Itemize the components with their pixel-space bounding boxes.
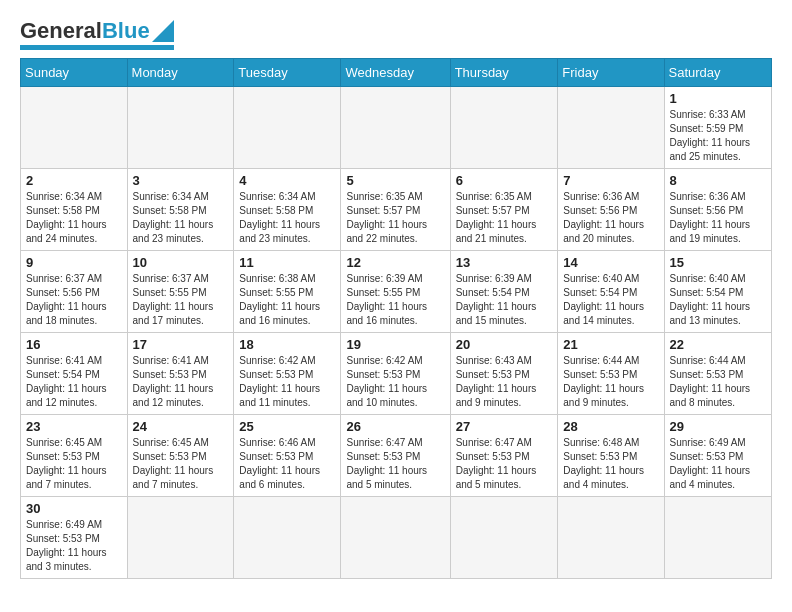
calendar-week-row: 9Sunrise: 6:37 AM Sunset: 5:56 PM Daylig…: [21, 251, 772, 333]
day-info: Sunrise: 6:37 AM Sunset: 5:55 PM Dayligh…: [133, 272, 229, 328]
day-number: 26: [346, 419, 444, 434]
day-number: 8: [670, 173, 766, 188]
calendar-cell: [341, 497, 450, 579]
day-info: Sunrise: 6:41 AM Sunset: 5:54 PM Dayligh…: [26, 354, 122, 410]
calendar-week-row: 16Sunrise: 6:41 AM Sunset: 5:54 PM Dayli…: [21, 333, 772, 415]
day-info: Sunrise: 6:45 AM Sunset: 5:53 PM Dayligh…: [133, 436, 229, 492]
day-number: 14: [563, 255, 658, 270]
day-info: Sunrise: 6:39 AM Sunset: 5:55 PM Dayligh…: [346, 272, 444, 328]
logo-blue-text: Blue: [102, 18, 150, 44]
day-number: 11: [239, 255, 335, 270]
day-info: Sunrise: 6:35 AM Sunset: 5:57 PM Dayligh…: [346, 190, 444, 246]
calendar-cell: 26Sunrise: 6:47 AM Sunset: 5:53 PM Dayli…: [341, 415, 450, 497]
weekday-header-saturday: Saturday: [664, 59, 771, 87]
header: General Blue: [20, 18, 772, 50]
calendar-cell: [558, 87, 664, 169]
calendar-week-row: 2Sunrise: 6:34 AM Sunset: 5:58 PM Daylig…: [21, 169, 772, 251]
weekday-header-wednesday: Wednesday: [341, 59, 450, 87]
day-info: Sunrise: 6:44 AM Sunset: 5:53 PM Dayligh…: [670, 354, 766, 410]
calendar-week-row: 23Sunrise: 6:45 AM Sunset: 5:53 PM Dayli…: [21, 415, 772, 497]
day-number: 28: [563, 419, 658, 434]
day-info: Sunrise: 6:34 AM Sunset: 5:58 PM Dayligh…: [26, 190, 122, 246]
weekday-header-sunday: Sunday: [21, 59, 128, 87]
calendar-week-row: 1Sunrise: 6:33 AM Sunset: 5:59 PM Daylig…: [21, 87, 772, 169]
day-number: 3: [133, 173, 229, 188]
calendar-cell: 30Sunrise: 6:49 AM Sunset: 5:53 PM Dayli…: [21, 497, 128, 579]
calendar-cell: 7Sunrise: 6:36 AM Sunset: 5:56 PM Daylig…: [558, 169, 664, 251]
calendar-cell: 9Sunrise: 6:37 AM Sunset: 5:56 PM Daylig…: [21, 251, 128, 333]
calendar-cell: [450, 497, 558, 579]
day-info: Sunrise: 6:48 AM Sunset: 5:53 PM Dayligh…: [563, 436, 658, 492]
day-info: Sunrise: 6:42 AM Sunset: 5:53 PM Dayligh…: [239, 354, 335, 410]
calendar-cell: [127, 497, 234, 579]
calendar-cell: [558, 497, 664, 579]
day-info: Sunrise: 6:49 AM Sunset: 5:53 PM Dayligh…: [26, 518, 122, 574]
calendar-cell: 15Sunrise: 6:40 AM Sunset: 5:54 PM Dayli…: [664, 251, 771, 333]
day-info: Sunrise: 6:39 AM Sunset: 5:54 PM Dayligh…: [456, 272, 553, 328]
calendar-cell: 21Sunrise: 6:44 AM Sunset: 5:53 PM Dayli…: [558, 333, 664, 415]
calendar-cell: 3Sunrise: 6:34 AM Sunset: 5:58 PM Daylig…: [127, 169, 234, 251]
calendar-cell: 19Sunrise: 6:42 AM Sunset: 5:53 PM Dayli…: [341, 333, 450, 415]
calendar-cell: 27Sunrise: 6:47 AM Sunset: 5:53 PM Dayli…: [450, 415, 558, 497]
day-info: Sunrise: 6:34 AM Sunset: 5:58 PM Dayligh…: [133, 190, 229, 246]
day-number: 2: [26, 173, 122, 188]
day-number: 12: [346, 255, 444, 270]
calendar-cell: 14Sunrise: 6:40 AM Sunset: 5:54 PM Dayli…: [558, 251, 664, 333]
weekday-header-tuesday: Tuesday: [234, 59, 341, 87]
calendar-cell: 24Sunrise: 6:45 AM Sunset: 5:53 PM Dayli…: [127, 415, 234, 497]
calendar-cell: 13Sunrise: 6:39 AM Sunset: 5:54 PM Dayli…: [450, 251, 558, 333]
logo-underline: [20, 45, 174, 50]
day-number: 16: [26, 337, 122, 352]
calendar-cell: 16Sunrise: 6:41 AM Sunset: 5:54 PM Dayli…: [21, 333, 128, 415]
day-number: 15: [670, 255, 766, 270]
calendar-cell: [234, 87, 341, 169]
day-number: 19: [346, 337, 444, 352]
page: General Blue SundayMondayTuesdayWednesda…: [0, 0, 792, 589]
day-info: Sunrise: 6:33 AM Sunset: 5:59 PM Dayligh…: [670, 108, 766, 164]
day-info: Sunrise: 6:40 AM Sunset: 5:54 PM Dayligh…: [563, 272, 658, 328]
day-number: 7: [563, 173, 658, 188]
day-number: 27: [456, 419, 553, 434]
calendar-cell: 25Sunrise: 6:46 AM Sunset: 5:53 PM Dayli…: [234, 415, 341, 497]
day-number: 6: [456, 173, 553, 188]
day-number: 20: [456, 337, 553, 352]
day-info: Sunrise: 6:46 AM Sunset: 5:53 PM Dayligh…: [239, 436, 335, 492]
calendar-cell: [450, 87, 558, 169]
day-info: Sunrise: 6:43 AM Sunset: 5:53 PM Dayligh…: [456, 354, 553, 410]
calendar-cell: 6Sunrise: 6:35 AM Sunset: 5:57 PM Daylig…: [450, 169, 558, 251]
logo-triangle-icon: [152, 20, 174, 42]
day-number: 18: [239, 337, 335, 352]
calendar-cell: 4Sunrise: 6:34 AM Sunset: 5:58 PM Daylig…: [234, 169, 341, 251]
day-number: 9: [26, 255, 122, 270]
calendar-week-row: 30Sunrise: 6:49 AM Sunset: 5:53 PM Dayli…: [21, 497, 772, 579]
calendar-cell: 12Sunrise: 6:39 AM Sunset: 5:55 PM Dayli…: [341, 251, 450, 333]
calendar-cell: 20Sunrise: 6:43 AM Sunset: 5:53 PM Dayli…: [450, 333, 558, 415]
calendar-cell: 8Sunrise: 6:36 AM Sunset: 5:56 PM Daylig…: [664, 169, 771, 251]
calendar-cell: 5Sunrise: 6:35 AM Sunset: 5:57 PM Daylig…: [341, 169, 450, 251]
calendar-cell: [341, 87, 450, 169]
day-info: Sunrise: 6:34 AM Sunset: 5:58 PM Dayligh…: [239, 190, 335, 246]
day-info: Sunrise: 6:49 AM Sunset: 5:53 PM Dayligh…: [670, 436, 766, 492]
day-info: Sunrise: 6:45 AM Sunset: 5:53 PM Dayligh…: [26, 436, 122, 492]
day-info: Sunrise: 6:47 AM Sunset: 5:53 PM Dayligh…: [456, 436, 553, 492]
calendar-cell: 28Sunrise: 6:48 AM Sunset: 5:53 PM Dayli…: [558, 415, 664, 497]
day-number: 30: [26, 501, 122, 516]
calendar-cell: 17Sunrise: 6:41 AM Sunset: 5:53 PM Dayli…: [127, 333, 234, 415]
day-number: 23: [26, 419, 122, 434]
day-info: Sunrise: 6:37 AM Sunset: 5:56 PM Dayligh…: [26, 272, 122, 328]
day-number: 29: [670, 419, 766, 434]
day-info: Sunrise: 6:36 AM Sunset: 5:56 PM Dayligh…: [563, 190, 658, 246]
calendar-cell: 2Sunrise: 6:34 AM Sunset: 5:58 PM Daylig…: [21, 169, 128, 251]
calendar-cell: 1Sunrise: 6:33 AM Sunset: 5:59 PM Daylig…: [664, 87, 771, 169]
day-number: 13: [456, 255, 553, 270]
day-number: 4: [239, 173, 335, 188]
logo: General Blue: [20, 18, 174, 50]
day-info: Sunrise: 6:47 AM Sunset: 5:53 PM Dayligh…: [346, 436, 444, 492]
calendar-cell: 11Sunrise: 6:38 AM Sunset: 5:55 PM Dayli…: [234, 251, 341, 333]
calendar-table: SundayMondayTuesdayWednesdayThursdayFrid…: [20, 58, 772, 579]
calendar-cell: 23Sunrise: 6:45 AM Sunset: 5:53 PM Dayli…: [21, 415, 128, 497]
day-info: Sunrise: 6:36 AM Sunset: 5:56 PM Dayligh…: [670, 190, 766, 246]
day-info: Sunrise: 6:35 AM Sunset: 5:57 PM Dayligh…: [456, 190, 553, 246]
day-number: 21: [563, 337, 658, 352]
calendar-cell: 22Sunrise: 6:44 AM Sunset: 5:53 PM Dayli…: [664, 333, 771, 415]
